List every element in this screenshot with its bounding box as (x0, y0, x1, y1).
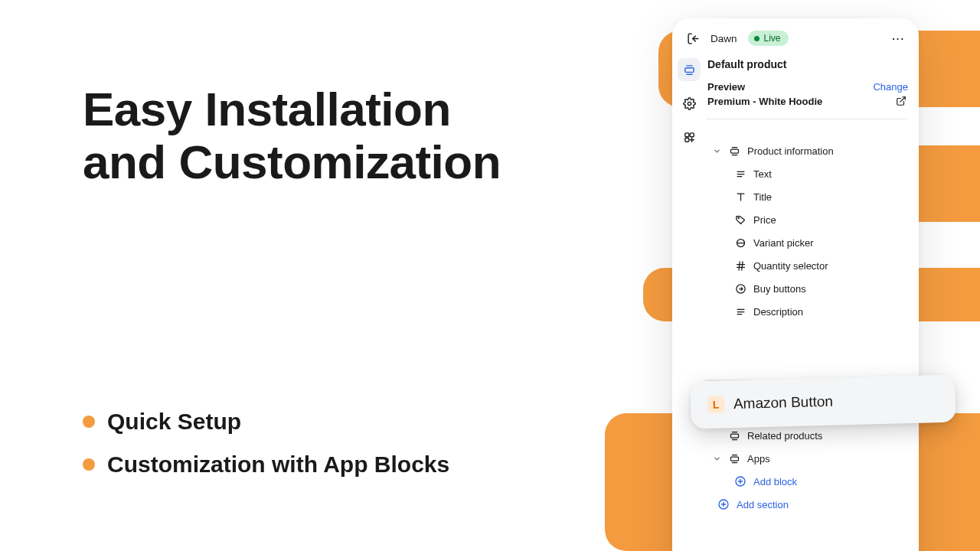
section-icon (727, 452, 741, 465)
section-icon (727, 144, 741, 158)
bullet-dot-icon (83, 416, 95, 428)
exit-icon[interactable] (686, 31, 700, 45)
app-block-badge-icon: L (707, 396, 725, 413)
add-block-button-apps[interactable]: Add block (706, 470, 908, 493)
block-label: Quantity selector (753, 260, 828, 272)
block-quantity-selector[interactable]: Quantity selector (706, 254, 908, 277)
svg-line-14 (739, 261, 740, 269)
plus-circle-icon (733, 474, 747, 488)
block-label: Description (753, 306, 803, 318)
block-label: Buy buttons (753, 283, 806, 295)
add-block-label: Add block (753, 476, 797, 487)
svg-rect-0 (684, 67, 693, 72)
cart-arrow-icon (733, 282, 747, 295)
section-apps[interactable]: Apps (706, 447, 908, 470)
add-section-label: Add section (737, 499, 789, 510)
chevron-down-icon[interactable] (712, 146, 721, 155)
block-title[interactable]: Title (706, 185, 908, 208)
block-label: Price (753, 214, 776, 226)
panel-header: Dawn Live ··· (672, 18, 919, 54)
svg-rect-2 (684, 132, 688, 136)
bullet-dot-icon (83, 458, 95, 471)
change-preview-link[interactable]: Change (873, 81, 908, 93)
status-badge: Live (748, 31, 789, 46)
rail-settings-button[interactable] (678, 92, 701, 115)
template-group-label: T (706, 118, 908, 138)
price-tag-icon (733, 213, 747, 227)
status-dot-icon (754, 36, 760, 41)
headline: Easy Installation and Customization (83, 83, 501, 189)
svg-line-5 (900, 97, 905, 102)
block-text[interactable]: Text (706, 162, 908, 185)
headline-line2: and Customization (83, 135, 501, 188)
title-icon (733, 190, 747, 204)
chevron-down-icon[interactable] (712, 454, 721, 463)
bullet-text: Customization with App Blocks (107, 452, 449, 478)
section-label: Related products (747, 430, 822, 442)
section-product-information[interactable]: Product information (706, 139, 908, 162)
svg-rect-24 (730, 457, 738, 461)
section-tree: Default product Preview Change Premium -… (706, 54, 919, 516)
hash-icon (733, 259, 747, 272)
block-variant-picker[interactable]: Variant picker (706, 231, 908, 254)
status-badge-label: Live (764, 33, 781, 44)
block-description[interactable]: Description (706, 300, 908, 323)
amazon-button-callout[interactable]: L Amazon Button (690, 374, 956, 429)
headline-line1: Easy Installation (83, 83, 451, 135)
block-label: Variant picker (753, 237, 814, 249)
bullet-item: Customization with App Blocks (83, 452, 449, 478)
preview-product-name: Premium - White Hoodie (707, 96, 822, 107)
plus-circle-icon (717, 497, 730, 511)
variant-icon (733, 236, 747, 249)
svg-rect-6 (730, 149, 738, 153)
rail-apps-button[interactable] (678, 126, 701, 148)
svg-rect-3 (690, 132, 694, 136)
side-rail (672, 54, 706, 516)
section-label: Product information (747, 145, 834, 157)
add-section-button[interactable]: Add section (706, 493, 908, 516)
svg-rect-23 (730, 434, 738, 438)
svg-point-1 (688, 102, 691, 105)
bullet-item: Quick Setup (83, 409, 449, 435)
block-buy-buttons[interactable]: Buy buttons (706, 277, 908, 300)
block-label: Title (753, 191, 772, 203)
theme-editor-panel: Dawn Live ··· Default product Preview Ch… (672, 18, 919, 551)
rail-sections-button[interactable] (678, 58, 701, 81)
svg-point-10 (738, 217, 739, 218)
callout-label: Amazon Button (733, 393, 833, 412)
bullet-text: Quick Setup (107, 409, 241, 435)
svg-line-15 (741, 261, 742, 269)
template-title: Default product (706, 54, 908, 78)
svg-rect-4 (684, 138, 688, 142)
more-actions-button[interactable]: ··· (892, 33, 905, 44)
external-link-icon[interactable] (894, 94, 908, 108)
block-label: Text (753, 168, 772, 180)
callout-spacer (706, 323, 908, 380)
theme-name: Dawn (710, 33, 737, 44)
text-lines-icon (733, 167, 747, 181)
preview-label: Preview (707, 81, 745, 93)
section-label: Apps (747, 453, 770, 465)
block-price[interactable]: Price (706, 208, 908, 231)
section-icon (727, 429, 741, 442)
text-lines-icon (733, 305, 747, 318)
